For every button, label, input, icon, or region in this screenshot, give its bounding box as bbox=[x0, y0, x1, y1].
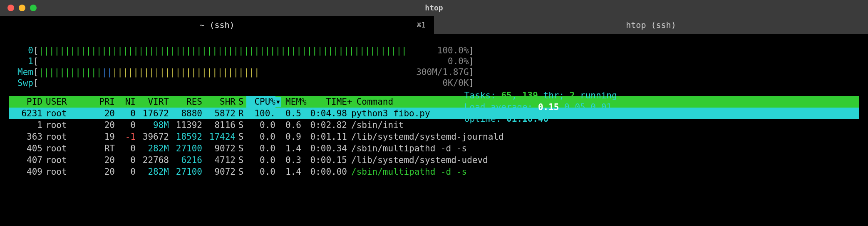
col-virt[interactable]: VIRT bbox=[136, 96, 169, 108]
cell: 0.0 bbox=[246, 154, 275, 166]
cell: S bbox=[236, 154, 246, 166]
cell: 1.4 bbox=[275, 166, 301, 178]
meter-label: 0 bbox=[9, 45, 33, 56]
cell: 9072 bbox=[202, 143, 236, 154]
cell: 0 bbox=[115, 119, 136, 131]
bracket-close-icon: ] bbox=[469, 56, 474, 67]
cell: 19 bbox=[88, 131, 115, 143]
col-user[interactable]: USER bbox=[42, 96, 88, 108]
process-row[interactable]: 409root200282M271009072S0.01.40:00.00/sb… bbox=[9, 166, 859, 178]
cell: 407 bbox=[9, 154, 42, 166]
bracket-open-icon: [ bbox=[33, 67, 39, 78]
cell: 0.0 bbox=[246, 119, 275, 131]
meter-bar bbox=[39, 78, 407, 88]
cell: S bbox=[236, 166, 246, 178]
col-res[interactable]: RES bbox=[169, 96, 202, 108]
cell: root bbox=[42, 119, 88, 131]
cell: 5872 bbox=[202, 108, 236, 119]
side-stats: Tasks: 65, 139 thr; 2 running Load avera… bbox=[433, 79, 617, 114]
cell: 9072 bbox=[202, 166, 236, 178]
meter-bar: ||||||||||||||||||||||||||||||||||||||||… bbox=[39, 67, 407, 78]
col-shr[interactable]: SHR bbox=[202, 96, 236, 108]
cell: 8880 bbox=[169, 108, 202, 119]
cell: 18592 bbox=[169, 131, 202, 143]
cell: /lib/systemd/systemd-udevd bbox=[347, 154, 488, 166]
cell: 27100 bbox=[169, 166, 202, 178]
load-5: 0.05 bbox=[564, 102, 585, 112]
cell: 27100 bbox=[169, 143, 202, 154]
tasks-label: Tasks: bbox=[464, 90, 501, 100]
zoom-icon[interactable] bbox=[30, 5, 37, 11]
col-cpu[interactable]: CPU% bbox=[246, 96, 275, 108]
cell: 0 bbox=[115, 154, 136, 166]
cell: S bbox=[236, 131, 246, 143]
cell: 6216 bbox=[169, 154, 202, 166]
cell: root bbox=[42, 166, 88, 178]
tab-bar: ~ (ssh) ⌘1 htop (ssh) bbox=[0, 16, 868, 34]
uptime-label: Uptime: bbox=[464, 114, 506, 124]
cell: 0.5 bbox=[275, 108, 301, 119]
cell: S bbox=[236, 143, 246, 154]
tab-label: ~ (ssh) bbox=[199, 20, 234, 30]
col-pid[interactable]: PID bbox=[9, 96, 42, 108]
bracket-open-icon: [ bbox=[33, 78, 39, 88]
cell: 20 bbox=[88, 154, 115, 166]
col-mem[interactable]: MEM% bbox=[281, 96, 307, 108]
col-s[interactable]: S bbox=[236, 96, 246, 108]
cell: 0:02.82 bbox=[301, 119, 347, 131]
cell: 363 bbox=[9, 131, 42, 143]
cell: 0 bbox=[115, 143, 136, 154]
cell: 282M bbox=[136, 166, 169, 178]
cell: 0 bbox=[115, 108, 136, 119]
cell: 0:00.00 bbox=[301, 166, 347, 178]
cell: python3 fibo.py bbox=[347, 108, 430, 119]
bracket-open-icon: [ bbox=[33, 56, 39, 67]
close-icon[interactable] bbox=[7, 5, 14, 11]
cell: 22768 bbox=[136, 154, 169, 166]
tab-ssh-htop[interactable]: htop (ssh) bbox=[434, 16, 868, 34]
running-count: 2 bbox=[570, 90, 575, 100]
bracket-close-icon: ] bbox=[469, 67, 474, 78]
cell: 39672 bbox=[136, 131, 169, 143]
tab-label: htop (ssh) bbox=[626, 20, 676, 30]
cell: 0 bbox=[115, 166, 136, 178]
cell: 405 bbox=[9, 143, 42, 154]
cell: R bbox=[236, 108, 246, 119]
meter-value: 0.0% bbox=[407, 56, 469, 67]
col-ni[interactable]: NI bbox=[115, 96, 136, 108]
cell: 1 bbox=[9, 119, 42, 131]
terminal-viewport[interactable]: 0[||||||||||||||||||||||||||||||||||||||… bbox=[0, 34, 868, 178]
cell: 1.4 bbox=[275, 143, 301, 154]
cell: 17672 bbox=[136, 108, 169, 119]
meter-bar bbox=[39, 56, 407, 67]
process-row[interactable]: 405rootRT0282M271009072S0.01.40:00.34/sb… bbox=[9, 143, 859, 154]
cell: /lib/systemd/systemd-journald bbox=[347, 131, 504, 143]
cell: 0.0 bbox=[246, 143, 275, 154]
col-cmd[interactable]: Command bbox=[352, 96, 394, 108]
meter-label: 1 bbox=[9, 56, 33, 67]
window-title: htop bbox=[425, 3, 443, 13]
cell: 0:04.98 bbox=[301, 108, 347, 119]
tab-ssh-home[interactable]: ~ (ssh) ⌘1 bbox=[0, 16, 434, 34]
meter-label: Swp bbox=[9, 78, 33, 88]
col-pri[interactable]: PRI bbox=[88, 96, 115, 108]
process-row[interactable]: 407root2002276862164712S0.00.30:00.15/li… bbox=[9, 154, 859, 166]
cell: 20 bbox=[88, 119, 115, 131]
threads-count: 139 bbox=[522, 90, 538, 100]
cell: 0.3 bbox=[275, 154, 301, 166]
loadavg-label: Load average: bbox=[464, 102, 538, 112]
cell: 0:01.11 bbox=[301, 131, 347, 143]
col-time[interactable]: TIME+ bbox=[307, 96, 352, 108]
load-15: 0.01 bbox=[590, 102, 612, 112]
cell: /sbin/multipathd -d -s bbox=[347, 143, 467, 154]
meter-1: 1[ 0.0%] bbox=[9, 56, 859, 67]
meter-bar: ||||||||||||||||||||||||||||||||||||||||… bbox=[39, 45, 407, 56]
cell: root bbox=[42, 143, 88, 154]
cell: 0.9 bbox=[275, 131, 301, 143]
cell: root bbox=[42, 131, 88, 143]
cell: 0.0 bbox=[246, 166, 275, 178]
cell: 0.6 bbox=[275, 119, 301, 131]
cell: root bbox=[42, 154, 88, 166]
cell: 0:00.34 bbox=[301, 143, 347, 154]
minimize-icon[interactable] bbox=[19, 5, 25, 11]
